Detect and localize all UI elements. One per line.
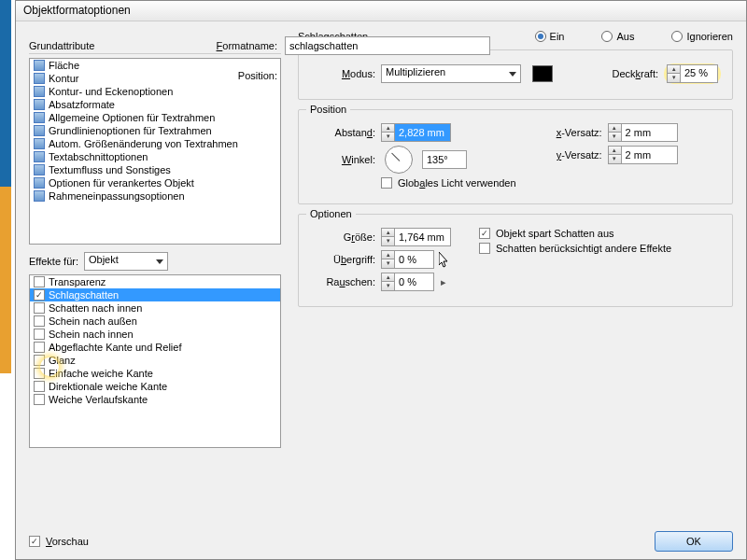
category-icon: [34, 125, 45, 136]
vorschau-checkbox[interactable]: [29, 536, 40, 547]
formatname-label: Formatname:: [165, 40, 277, 51]
x-versatz-label: x-Versatz:: [544, 127, 602, 138]
effect-checkbox[interactable]: [34, 368, 45, 379]
spart-checkbox[interactable]: [479, 228, 490, 239]
radio-dot-icon: [671, 31, 683, 42]
radio-aus[interactable]: Aus: [601, 31, 634, 42]
flyout-icon[interactable]: ▸: [440, 275, 447, 288]
radio-dot-icon: [535, 31, 546, 42]
grund-list-item[interactable]: Grundlinienoptionen für Textrahmen: [30, 124, 280, 137]
ok-button[interactable]: OK: [655, 531, 733, 552]
category-icon: [34, 60, 45, 71]
global-light-checkbox[interactable]: [381, 177, 392, 189]
position-label: Position:: [165, 70, 277, 81]
effect-checkbox[interactable]: [34, 289, 45, 301]
radio-dot-icon: [601, 31, 613, 42]
x-versatz-spinner[interactable]: ▴▾: [608, 123, 678, 142]
effect-list-item[interactable]: Glanz: [30, 354, 280, 367]
effect-checkbox[interactable]: [34, 329, 45, 340]
effects-for-label: Effekte für:: [29, 256, 78, 267]
settings-panel: Schlagschatten Ein Aus Ignorieren Füllen…: [298, 31, 733, 448]
groesse-spinner[interactable]: ▴▾: [381, 228, 451, 246]
radio-ein[interactable]: Ein: [535, 31, 565, 42]
spart-label: Objekt spart Schatten aus: [496, 228, 614, 239]
winkel-input[interactable]: [422, 150, 467, 169]
optionen-group: Optionen Größe:▴▾ Übergriff:▴▾▸ Rauschen…: [298, 214, 733, 307]
position-group-title: Position: [306, 104, 350, 115]
effects-list[interactable]: TransparenzSchlagschattenSchatten nach i…: [29, 274, 281, 448]
other-effects-checkbox[interactable]: [479, 243, 490, 254]
category-icon: [34, 86, 45, 97]
uebergriff-label: Übergriff:: [310, 254, 375, 265]
category-icon: [34, 164, 45, 175]
category-icon: [34, 177, 45, 189]
global-light-label: Globales Licht verwenden: [398, 177, 516, 189]
effect-list-item[interactable]: Transparenz: [30, 275, 280, 288]
position-group: Position Abstand: ▴▾ Winkel:: [298, 109, 733, 204]
uebergriff-spinner[interactable]: ▴▾: [381, 250, 434, 269]
category-icon: [34, 99, 45, 110]
effect-checkbox[interactable]: [34, 381, 45, 392]
winkel-label: Winkel:: [310, 154, 375, 165]
rauschen-spinner[interactable]: ▴▾: [381, 273, 434, 291]
abstand-input[interactable]: [395, 123, 451, 142]
color-swatch[interactable]: [532, 65, 553, 82]
attributes-panel: Grundattribute FlächeKonturKontur- und E…: [29, 31, 281, 448]
grund-list-item[interactable]: Rahmeneinpassungsoptionen: [30, 189, 280, 203]
category-icon: [34, 138, 45, 149]
effects-for-dropdown[interactable]: Objekt: [84, 252, 168, 271]
rauschen-label: Rauschen:: [310, 276, 375, 287]
grund-list-item[interactable]: Absatzformate: [30, 98, 280, 111]
abstand-spinner[interactable]: ▴▾: [381, 123, 451, 142]
effect-checkbox[interactable]: [34, 276, 45, 287]
category-icon: [34, 151, 45, 162]
effect-list-item[interactable]: Einfache weiche Kante: [30, 367, 280, 380]
effect-list-item[interactable]: Schein nach innen: [30, 328, 280, 341]
effect-checkbox[interactable]: [34, 302, 45, 314]
angle-dial-icon[interactable]: [385, 146, 413, 174]
effect-list-item[interactable]: Schatten nach innen: [30, 301, 280, 315]
y-versatz-spinner[interactable]: ▴▾: [608, 146, 678, 164]
other-effects-label: Schatten berücksichtigt andere Effekte: [496, 243, 671, 254]
effect-checkbox[interactable]: [34, 394, 45, 405]
abstand-label: Abstand:: [310, 127, 375, 138]
optionen-group-title: Optionen: [306, 208, 356, 219]
effect-checkbox[interactable]: [34, 342, 45, 353]
category-icon: [34, 73, 45, 84]
effect-checkbox[interactable]: [34, 315, 45, 327]
dialog-title: Objektformatoptionen: [16, 1, 746, 21]
grund-list-item[interactable]: Allgemeine Optionen für Textrahmen: [30, 111, 280, 124]
category-icon: [34, 112, 45, 123]
effect-list-item[interactable]: Schlagschatten: [30, 288, 280, 301]
grund-list-item[interactable]: Kontur- und Eckenoptionen: [30, 85, 280, 98]
groesse-label: Größe:: [310, 231, 375, 243]
object-format-dialog: Objektformatoptionen Grundattribute Fläc…: [15, 0, 747, 560]
y-versatz-label: y-Versatz:: [544, 149, 602, 161]
deckkraft-spinner[interactable]: ▴▾25 %: [667, 64, 718, 83]
effect-list-item[interactable]: Abgeflachte Kante und Relief: [30, 341, 280, 354]
category-icon: [34, 190, 45, 202]
effect-list-item[interactable]: Weiche Verlaufskante: [30, 393, 280, 406]
grund-list-item[interactable]: Textabschnittoptionen: [30, 150, 280, 163]
deckkraft-label: Deckkraft:: [612, 68, 658, 79]
flyout-icon[interactable]: ▸: [440, 253, 447, 266]
vorschau-label: Vorschau: [46, 536, 89, 547]
radio-ignorieren[interactable]: Ignorieren: [671, 31, 733, 42]
grund-list-item[interactable]: Optionen für verankertes Objekt: [30, 176, 280, 189]
grund-list-item[interactable]: Textumfluss und Sonstiges: [30, 163, 280, 176]
effect-list-item[interactable]: Direktionale weiche Kante: [30, 380, 280, 393]
effect-checkbox[interactable]: [34, 355, 45, 366]
effect-list-item[interactable]: Schein nach außen: [30, 315, 280, 328]
grund-list-item[interactable]: Autom. Größenänderung von Textrahmen: [30, 137, 280, 150]
formatname-input[interactable]: [285, 36, 490, 55]
